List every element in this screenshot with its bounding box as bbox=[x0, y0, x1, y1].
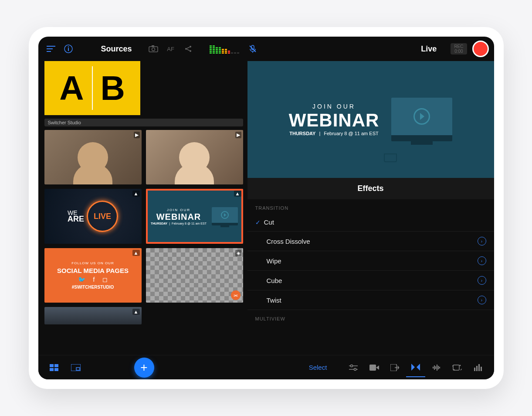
preview-day: THURSDAY bbox=[289, 131, 315, 136]
facebook-icon: f bbox=[93, 276, 95, 283]
top-bar: Sources AF bbox=[38, 37, 494, 61]
effects-tab[interactable] bbox=[406, 358, 425, 377]
live-panel: JOIN OUR WEBINAR THURSDAY | February 8 @… bbox=[247, 61, 494, 355]
stats-tab[interactable] bbox=[468, 358, 488, 377]
output-tab[interactable] bbox=[385, 358, 404, 377]
effect-label: Twist bbox=[267, 297, 478, 304]
checkmark-icon: ✓ bbox=[255, 219, 264, 226]
bottom-bar: + Select bbox=[38, 355, 494, 379]
ab-b: B bbox=[93, 68, 133, 108]
sliders-tab[interactable] bbox=[344, 358, 363, 377]
tablet-frame: Sources AF bbox=[29, 27, 504, 389]
social-hashtag: #SWITCHERSTUDIO bbox=[72, 285, 114, 290]
app-screen: Sources AF bbox=[38, 37, 494, 379]
svg-rect-5 bbox=[152, 45, 154, 47]
right-tabs bbox=[335, 358, 488, 377]
mug-icon bbox=[384, 153, 397, 162]
switch-camera-tab[interactable] bbox=[447, 358, 467, 377]
effect-item-twist[interactable]: Twist › bbox=[247, 290, 494, 310]
ab-a: A bbox=[51, 68, 91, 108]
svg-rect-12 bbox=[50, 368, 54, 371]
camera-icon[interactable] bbox=[146, 41, 161, 56]
audio-tab[interactable] bbox=[427, 358, 446, 377]
preview-time: February 8 @ 11 am EST bbox=[324, 131, 379, 136]
effect-item-wipe[interactable]: Wipe › bbox=[247, 251, 494, 271]
social-title: SOCIAL MEDIA PAGES bbox=[57, 267, 129, 274]
camera-source-2[interactable]: ▶ bbox=[146, 130, 243, 184]
svg-rect-10 bbox=[50, 364, 54, 367]
instagram-icon: ◻ bbox=[102, 276, 108, 283]
image-badge-icon: ▲ bbox=[132, 250, 140, 256]
effects-list: TRANSITION ✓ Cut Cross Dissolve › Wipe › bbox=[247, 199, 494, 355]
chevron-right-icon: › bbox=[478, 276, 486, 285]
grid-view-tab[interactable] bbox=[44, 358, 64, 377]
twitter-icon: 🐦 bbox=[78, 276, 85, 283]
sources-grid: ▶ ▶ WE ARE LIVE ▲ bbox=[44, 130, 243, 326]
info-icon[interactable] bbox=[61, 41, 76, 56]
effect-label: Wipe bbox=[267, 257, 478, 265]
graphic-social-media[interactable]: FOLLOW US ON OUR SOCIAL MEDIA PAGES 🐦 f … bbox=[44, 248, 142, 303]
webinar-title: WEBINAR bbox=[151, 212, 207, 222]
svg-rect-18 bbox=[369, 365, 376, 371]
social-follow: FOLLOW US ON OUR bbox=[71, 261, 114, 265]
svg-rect-24 bbox=[476, 366, 478, 371]
record-button[interactable] bbox=[472, 41, 489, 57]
layer-badge-icon: ◈ bbox=[235, 250, 241, 256]
webinar-day: THURSDAY bbox=[151, 222, 167, 225]
mic-muted-icon[interactable] bbox=[245, 41, 260, 56]
svg-point-22 bbox=[454, 369, 455, 370]
svg-point-21 bbox=[460, 365, 461, 366]
link-icon: ⫘ bbox=[231, 290, 241, 300]
svg-rect-25 bbox=[478, 364, 480, 371]
effect-item-cross-dissolve[interactable]: Cross Dissolve › bbox=[247, 232, 494, 251]
add-source-button[interactable]: + bbox=[134, 358, 154, 378]
graphic-we-are-live[interactable]: WE ARE LIVE ▲ bbox=[44, 189, 142, 243]
share-icon[interactable] bbox=[181, 41, 196, 56]
video-badge-icon: ▶ bbox=[235, 132, 241, 138]
svg-point-16 bbox=[351, 365, 353, 367]
preview-join: JOIN OUR bbox=[289, 103, 380, 110]
audio-meter bbox=[210, 44, 239, 54]
svg-point-7 bbox=[190, 46, 191, 48]
live-preview[interactable]: JOIN OUR WEBINAR THURSDAY | February 8 @… bbox=[247, 61, 494, 178]
social-icons-row: 🐦 f ◻ bbox=[78, 276, 108, 283]
live-circle: LIVE bbox=[87, 201, 118, 232]
rec-time: 0:00 bbox=[454, 49, 463, 54]
graphic-transparent-overlay[interactable]: ◈ ⫘ bbox=[146, 248, 243, 303]
svg-rect-23 bbox=[474, 368, 475, 371]
svg-point-6 bbox=[185, 48, 187, 50]
select-button[interactable]: Select bbox=[304, 364, 332, 371]
graphic-cropped[interactable]: ▲ bbox=[44, 307, 142, 324]
sources-section-label: Switcher Studio bbox=[44, 119, 243, 126]
autofocus-button[interactable]: AF bbox=[163, 41, 178, 56]
svg-rect-15 bbox=[76, 368, 80, 370]
effect-label: Cross Dissolve bbox=[267, 238, 478, 245]
video-badge-icon: ▶ bbox=[134, 132, 140, 138]
rec-indicator: REC 0:00 bbox=[451, 43, 467, 55]
image-badge-icon: ▲ bbox=[132, 191, 140, 197]
menu-icon[interactable] bbox=[44, 41, 58, 56]
svg-rect-13 bbox=[54, 368, 58, 371]
video-tab[interactable] bbox=[365, 358, 384, 377]
effect-item-cut[interactable]: ✓ Cut bbox=[247, 213, 494, 232]
camera-source-1[interactable]: ▶ bbox=[44, 130, 142, 184]
effect-label: Cut bbox=[264, 218, 486, 226]
graphic-webinar[interactable]: JOIN OUR WEBINAR THURSDAY | February 8 @… bbox=[146, 189, 243, 243]
rec-label: REC bbox=[454, 44, 463, 49]
chevron-right-icon: › bbox=[478, 237, 486, 246]
sources-panel: A B Switcher Studio ▶ ▶ bbox=[38, 61, 247, 355]
image-badge-icon: ▲ bbox=[132, 309, 140, 315]
image-badge-icon: ▲ bbox=[234, 191, 241, 197]
multiview-section-label: MULTIVIEW bbox=[247, 310, 494, 324]
webinar-time: February 8 @ 11 am EST bbox=[172, 222, 207, 225]
live-title: Live bbox=[421, 44, 437, 54]
effect-item-cube[interactable]: Cube › bbox=[247, 271, 494, 290]
layout-view-tab[interactable] bbox=[66, 358, 85, 377]
svg-point-8 bbox=[190, 50, 191, 52]
effects-header: Effects bbox=[247, 178, 494, 199]
ab-compare-tile[interactable]: A B bbox=[44, 61, 140, 115]
preview-title: WEBINAR bbox=[289, 110, 380, 131]
sources-title: Sources bbox=[101, 44, 132, 54]
transition-section-label: TRANSITION bbox=[247, 199, 494, 213]
svg-point-1 bbox=[68, 46, 68, 47]
